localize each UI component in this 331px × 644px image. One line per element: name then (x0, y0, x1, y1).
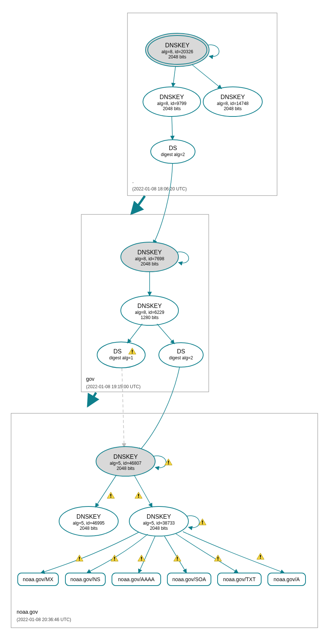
warning-icon (214, 555, 222, 561)
edge-zsk2-soa (164, 536, 187, 573)
svg-text:noaa.gov/NS: noaa.gov/NS (71, 576, 100, 582)
zone-gov-label: gov (86, 376, 95, 382)
svg-text:DNSKEY: DNSKEY (113, 454, 138, 460)
edge-zsk2-aaaa (139, 536, 155, 573)
zone-gov-time: (2022-01-08 19:15:00 UTC) (86, 384, 140, 389)
edge-ds1-noaaksk (122, 368, 124, 447)
svg-text:DNSKEY: DNSKEY (147, 513, 171, 520)
svg-text:noaa.gov/AAAA: noaa.gov/AAAA (118, 576, 155, 582)
warning-icon (135, 492, 142, 498)
svg-text:noaa.gov/TXT: noaa.gov/TXT (223, 576, 256, 582)
svg-text:DS: DS (177, 348, 185, 355)
edge-govzsk-ds1 (127, 324, 142, 343)
svg-text:alg=8, id=9799: alg=8, id=9799 (157, 101, 187, 106)
svg-text:alg=5, id=38733: alg=5, id=38733 (143, 521, 175, 526)
node-noaa-ksk: DNSKEY alg=5, id=46807 2048 bits (96, 447, 155, 476)
svg-text:DS: DS (169, 145, 177, 151)
svg-text:alg=8, id=14748: alg=8, id=14748 (217, 101, 249, 106)
svg-text:2048 bits: 2048 bits (168, 54, 187, 60)
svg-text:2048 bits: 2048 bits (80, 526, 98, 531)
node-gov-ds2: DS digest alg=2 (159, 343, 203, 367)
node-rr-aaaa: noaa.gov/AAAA (112, 573, 161, 586)
node-rr-ns: noaa.gov/NS (65, 573, 105, 586)
edge-zsk2-a (183, 532, 284, 573)
warning-icon (257, 553, 264, 559)
edge-noaa-ksk-self (154, 456, 166, 468)
svg-point-27 (97, 342, 145, 368)
edge-root-to-gov (132, 196, 145, 214)
svg-text:DS: DS (113, 348, 122, 355)
edge-noaaksk-zsk1 (95, 475, 116, 507)
svg-text:alg=5, id=46807: alg=5, id=46807 (110, 461, 141, 466)
zone-root-time: (2022-01-08 18:06:20 UTC) (132, 186, 187, 191)
svg-text:DNSKEY: DNSKEY (160, 94, 184, 100)
svg-text:digest alg=1: digest alg=1 (109, 355, 133, 360)
warning-icon (174, 555, 181, 561)
edge-ds2-noaaksk (139, 367, 180, 452)
edge-zsk2-ns (87, 534, 148, 573)
node-root-ksk: DNSKEY alg=8, id=20326 2048 bits (146, 33, 209, 67)
svg-text:alg=8, id=7698: alg=8, id=7698 (135, 256, 164, 261)
edge-zsk2-txt (175, 533, 238, 573)
edge-gov-to-noaa (88, 393, 96, 406)
svg-text:noaa.gov/SOA: noaa.gov/SOA (172, 576, 206, 582)
svg-text:DNSKEY: DNSKEY (137, 249, 162, 255)
edge-rootksk-zsk2 (192, 65, 222, 89)
svg-text:noaa.gov/A: noaa.gov/A (274, 576, 300, 582)
svg-text:DNSKEY: DNSKEY (165, 42, 190, 48)
svg-text:2048 bits: 2048 bits (141, 261, 159, 267)
node-gov-ds1: DS digest alg=1 (97, 342, 145, 368)
node-root-zsk1: DNSKEY alg=8, id=9799 2048 bits (143, 87, 201, 116)
svg-point-30 (159, 343, 203, 367)
edge-govzsk-ds2 (157, 324, 174, 344)
node-rr-txt: noaa.gov/TXT (218, 573, 261, 586)
svg-point-16 (151, 140, 195, 163)
svg-text:digest alg=2: digest alg=2 (169, 355, 193, 360)
node-root-ds: DS digest alg=2 (151, 140, 195, 163)
svg-text:DNSKEY: DNSKEY (221, 94, 245, 100)
svg-text:alg=8, id=20326: alg=8, id=20326 (161, 49, 193, 54)
svg-text:1280 bits: 1280 bits (141, 315, 159, 320)
svg-text:alg=8, id=6229: alg=8, id=6229 (135, 310, 164, 315)
svg-text:2048 bits: 2048 bits (117, 466, 135, 471)
svg-text:DNSKEY: DNSKEY (76, 513, 101, 520)
zone-noaa-label: noaa.gov (17, 609, 38, 615)
svg-text:2048 bits: 2048 bits (224, 106, 242, 111)
svg-text:DNSKEY: DNSKEY (137, 303, 162, 309)
edge-rootds-govksk (153, 163, 173, 244)
svg-text:alg=5, id=46995: alg=5, id=46995 (73, 521, 105, 526)
svg-text:2048 bits: 2048 bits (163, 106, 181, 111)
node-rr-mx: noaa.gov/MX (18, 573, 58, 586)
svg-text:noaa.gov/MX: noaa.gov/MX (23, 576, 54, 582)
node-noaa-zsk2: DNSKEY alg=5, id=38733 2048 bits (129, 506, 188, 536)
node-rr-a: noaa.gov/A (268, 573, 306, 586)
node-gov-zsk: DNSKEY alg=8, id=6229 1280 bits (121, 296, 178, 325)
node-rr-soa: noaa.gov/SOA (167, 573, 211, 586)
zone-root-label: . (132, 178, 134, 184)
node-root-zsk2: DNSKEY alg=8, id=14748 2048 bits (203, 87, 262, 116)
node-gov-ksk: DNSKEY alg=8, id=7698 2048 bits (121, 242, 178, 272)
svg-text:2048 bits: 2048 bits (150, 526, 168, 531)
warning-icon (199, 519, 206, 525)
dnsviz-graph: . (2022-01-08 18:06:20 UTC) DNSKEY alg=8… (0, 0, 331, 644)
edge-rootzsk1-ds (172, 116, 173, 140)
edge-zsk2-mx (41, 532, 139, 573)
edge-noaa-zsk2-self (187, 516, 199, 528)
warning-icon (107, 492, 115, 498)
warning-icon (138, 555, 145, 561)
svg-text:digest alg=2: digest alg=2 (161, 152, 185, 157)
zone-noaa-time: (2022-01-08 20:36:46 UTC) (17, 617, 71, 622)
edge-noaaksk-zsk2 (134, 475, 152, 507)
edge-rootksk-zsk1 (173, 67, 175, 87)
node-noaa-zsk1: DNSKEY alg=5, id=46995 2048 bits (59, 506, 118, 536)
